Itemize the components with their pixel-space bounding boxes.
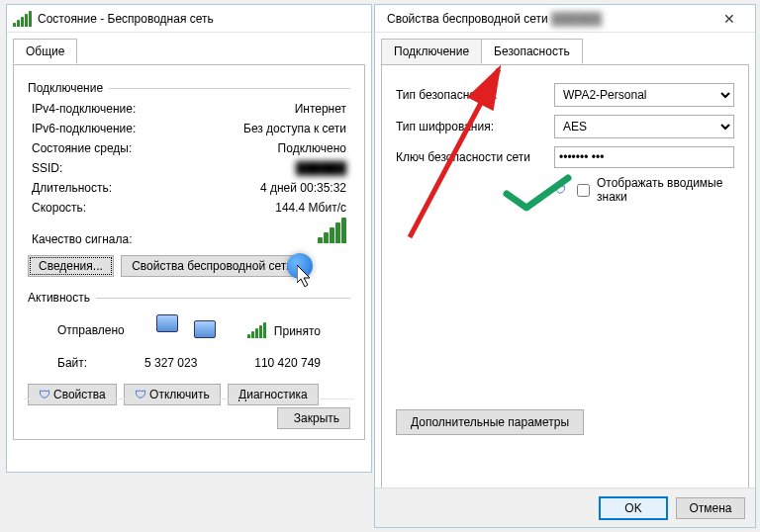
signal-icon: [13, 11, 32, 27]
activity-group: Активность Отправлено Принято Байт: 5 32…: [28, 291, 350, 374]
bytes-sent-value: 5 327 023: [144, 356, 197, 370]
ipv6-value: Без доступа к сети: [243, 119, 346, 138]
advanced-settings-button[interactable]: Дополнительные параметры: [396, 409, 584, 435]
recv-label: Принято: [274, 324, 321, 338]
close-button[interactable]: Закрыть: [277, 407, 350, 429]
encryption-type-label: Тип шифрования:: [396, 120, 554, 133]
details-button[interactable]: Сведения...: [28, 255, 114, 277]
close-icon[interactable]: ✕: [710, 11, 749, 27]
duration-value: 4 дней 00:35:32: [260, 178, 346, 198]
props-window-ssid: ██████: [551, 12, 602, 26]
speed-value: 144.4 Мбит/с: [275, 198, 346, 218]
activity-signal-icon: [247, 322, 266, 338]
props-tab-body: Тип безопасности: WPA2-Personal Тип шифр…: [381, 64, 749, 499]
wireless-properties-window: Свойства беспроводной сети ██████ ✕ Подк…: [374, 4, 756, 528]
wireless-status-window: Состояние - Беспроводная сеть Общие Подк…: [6, 4, 372, 473]
props-window-title: Свойства беспроводной сети: [387, 12, 548, 26]
bytes-label: Байт:: [57, 356, 87, 370]
signal-quality-icon: [318, 218, 346, 243]
ipv4-label: IPv4-подключение:: [32, 99, 136, 119]
duration-label: Длительность:: [32, 178, 112, 198]
show-characters-checkbox[interactable]: [577, 184, 590, 197]
props-footer: OK Отмена: [375, 488, 755, 527]
network-key-input[interactable]: [554, 146, 734, 168]
connection-group-title: Подключение: [28, 81, 103, 95]
props-tabs: Подключение Безопасность: [381, 39, 749, 64]
status-tab-body: Подключение IPv4-подключение:Интернет IP…: [13, 64, 365, 440]
media-state-value: Подключено: [278, 138, 346, 158]
cancel-button[interactable]: Отмена: [676, 497, 745, 519]
security-type-label: Тип безопасности:: [396, 88, 554, 102]
connection-group: Подключение IPv4-подключение:Интернет IP…: [28, 81, 350, 281]
shield-icon: 🛡: [554, 183, 566, 197]
media-state-label: Состояние среды:: [32, 138, 132, 158]
status-tabs: Общие: [13, 39, 365, 64]
speed-label: Скорость:: [32, 198, 86, 218]
status-titlebar: Состояние - Беспроводная сеть: [7, 5, 371, 33]
sent-label: Отправлено: [57, 323, 125, 337]
network-key-label: Ключ безопасности сети: [396, 150, 554, 164]
ssid-value: ██████: [296, 158, 346, 178]
status-window-title: Состояние - Беспроводная сеть: [38, 12, 214, 26]
show-characters-label: Отображать вводимые знаки: [597, 176, 734, 204]
bytes-recv-value: 110 420 749: [254, 356, 321, 370]
security-type-select[interactable]: WPA2-Personal: [554, 83, 734, 107]
tab-security[interactable]: Безопасность: [481, 39, 583, 64]
tab-general[interactable]: Общие: [13, 39, 77, 64]
wireless-properties-button[interactable]: Свойства беспроводной сети: [121, 255, 304, 277]
encryption-type-select[interactable]: AES: [554, 115, 734, 138]
status-footer: Закрыть: [24, 399, 354, 433]
signal-quality-label: Качество сигнала:: [32, 229, 132, 249]
ok-button[interactable]: OK: [599, 496, 668, 520]
ipv6-label: IPv6-подключение:: [32, 119, 136, 138]
tab-connection[interactable]: Подключение: [381, 39, 482, 64]
network-activity-icon: [156, 312, 216, 348]
activity-group-title: Активность: [28, 291, 90, 305]
ipv4-value: Интернет: [295, 99, 346, 119]
props-titlebar: Свойства беспроводной сети ██████ ✕: [375, 5, 755, 33]
ssid-label: SSID:: [32, 158, 62, 178]
